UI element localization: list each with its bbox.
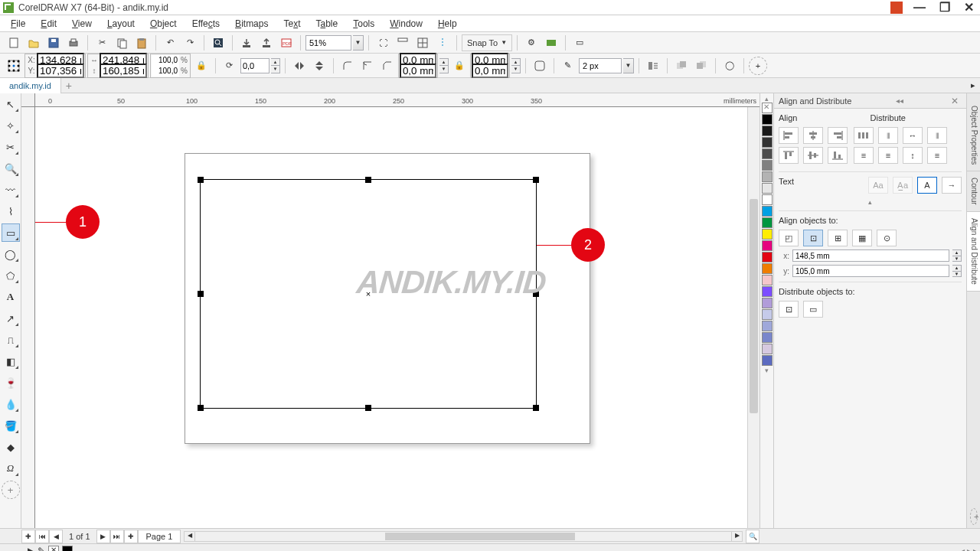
menu-bitmaps[interactable]: Bitmaps bbox=[229, 17, 274, 31]
convert-curves-button[interactable]: ◯ bbox=[720, 57, 739, 75]
color-swatch[interactable] bbox=[762, 217, 773, 228]
guidelines-button[interactable] bbox=[433, 34, 452, 52]
menu-window[interactable]: Window bbox=[384, 17, 429, 31]
new-button[interactable] bbox=[5, 34, 23, 52]
corner-round-button[interactable] bbox=[338, 57, 357, 75]
panel-expand-up[interactable]: ▴ bbox=[779, 198, 962, 206]
shape-tool[interactable]: ✧ bbox=[2, 116, 20, 135]
import-button[interactable] bbox=[237, 34, 256, 52]
color-swatch[interactable] bbox=[762, 298, 773, 308]
object-origin-button[interactable] bbox=[5, 57, 23, 75]
outline-width-dropdown[interactable]: ▼ bbox=[623, 58, 634, 73]
to-front-button[interactable] bbox=[672, 57, 691, 75]
align-left-button[interactable] bbox=[779, 127, 799, 144]
color-swatch[interactable] bbox=[762, 171, 773, 182]
crop-tool[interactable]: ✂ bbox=[2, 138, 20, 156]
relative-corner-button[interactable] bbox=[531, 57, 549, 75]
menu-edit[interactable]: Edit bbox=[34, 17, 63, 31]
add-page-button[interactable]: ✚ bbox=[21, 530, 35, 543]
rot-up[interactable]: ▲ bbox=[271, 59, 279, 67]
color-swatch[interactable] bbox=[762, 240, 773, 251]
smart-fill-tool[interactable]: ◆ bbox=[2, 438, 20, 456]
dist-center-v-button[interactable]: ≡ bbox=[878, 147, 898, 164]
dock-tab-object-properties[interactable]: Object Properties bbox=[967, 99, 980, 171]
app-launcher-button[interactable] bbox=[542, 34, 560, 52]
palette-options-button[interactable]: ◂ ▸ ▸ bbox=[961, 546, 977, 551]
dist-to-page-button[interactable]: ▭ bbox=[803, 301, 823, 318]
menu-layout[interactable]: Layout bbox=[101, 17, 141, 31]
color-swatch[interactable] bbox=[762, 332, 773, 343]
vertical-scrollbar[interactable] bbox=[747, 107, 760, 528]
zoom-tool[interactable]: 🔍 bbox=[2, 159, 20, 178]
color-swatch[interactable] bbox=[762, 344, 773, 354]
snap-to-dropdown[interactable]: Snap To▼ bbox=[462, 34, 512, 51]
dock-add-button[interactable]: + bbox=[970, 508, 978, 525]
align-to-page-center-button[interactable]: ⊞ bbox=[828, 230, 848, 246]
add-document-button[interactable]: + bbox=[61, 78, 77, 93]
dist-spacing-h-button[interactable]: ↔ bbox=[903, 127, 923, 144]
export-button[interactable] bbox=[257, 34, 276, 52]
mirror-h-button[interactable] bbox=[290, 57, 309, 75]
color-swatch[interactable] bbox=[762, 321, 773, 331]
horizontal-scrollbar[interactable]: ◀ ▶ bbox=[184, 531, 743, 542]
menu-object[interactable]: Object bbox=[144, 17, 183, 31]
fullscreen-button[interactable]: ⛶ bbox=[374, 34, 392, 52]
paste-button[interactable] bbox=[132, 34, 151, 52]
undo-button[interactable]: ↶ bbox=[161, 34, 179, 52]
quick-customize-button[interactable]: + bbox=[749, 57, 767, 75]
corner-chamfer-button[interactable] bbox=[378, 57, 397, 75]
scale-y-input[interactable] bbox=[152, 66, 179, 77]
redo-button[interactable]: ↷ bbox=[181, 34, 199, 52]
corner-bl-input[interactable] bbox=[400, 64, 436, 78]
corner-scallop-button[interactable] bbox=[358, 57, 377, 75]
align-right-button[interactable] bbox=[828, 127, 848, 144]
panel-close-button[interactable]: ✕ bbox=[948, 96, 962, 106]
parallel-dim-tool[interactable]: ↗ bbox=[2, 309, 20, 328]
interactive-fill-tool[interactable]: 🪣 bbox=[2, 416, 20, 435]
menu-help[interactable]: Help bbox=[432, 17, 463, 31]
panel-collapse-button[interactable]: ◂◂ bbox=[896, 96, 903, 105]
scale-x-input[interactable] bbox=[152, 55, 179, 66]
mirror-v-button[interactable] bbox=[310, 57, 328, 75]
prev-page-button[interactable]: ◀ bbox=[49, 530, 63, 543]
dist-top-button[interactable]: ≡ bbox=[854, 147, 874, 164]
menu-file[interactable]: File bbox=[5, 17, 31, 31]
color-swatch[interactable] bbox=[762, 114, 773, 125]
vertical-ruler[interactable] bbox=[21, 107, 35, 528]
color-swatch[interactable] bbox=[762, 263, 773, 274]
horizontal-ruler[interactable]: millimeters 050100150200250300350 bbox=[35, 93, 760, 107]
save-button[interactable] bbox=[44, 34, 63, 52]
drop-shadow-tool[interactable]: ◧ bbox=[2, 352, 20, 370]
polygon-tool[interactable]: ⬠ bbox=[2, 266, 20, 285]
text-outline-button[interactable]: → bbox=[942, 177, 962, 194]
eyedropper-icon[interactable]: ✎ bbox=[38, 546, 45, 552]
pick-tool[interactable]: ↖ bbox=[2, 95, 20, 113]
connector-tool[interactable]: ⎍ bbox=[2, 331, 20, 349]
color-swatch[interactable] bbox=[762, 148, 773, 159]
transparency-tool[interactable]: 🍷 bbox=[2, 373, 20, 392]
dist-to-selected-button[interactable]: ⊡ bbox=[779, 301, 799, 318]
align-center-h-button[interactable] bbox=[803, 127, 823, 144]
zoom-input[interactable] bbox=[305, 35, 351, 51]
align-to-grid-button[interactable]: ▦ bbox=[852, 230, 872, 246]
user-badge-icon[interactable] bbox=[890, 2, 903, 14]
ruler-origin[interactable] bbox=[21, 93, 35, 107]
last-page-button[interactable]: ⏭ bbox=[110, 530, 124, 543]
rotation-input[interactable] bbox=[240, 58, 270, 73]
menu-view[interactable]: View bbox=[66, 17, 98, 31]
grid-button[interactable] bbox=[413, 34, 432, 52]
color-swatch[interactable] bbox=[762, 309, 773, 320]
color-swatch[interactable] bbox=[762, 286, 773, 297]
dist-bottom-button[interactable]: ≡ bbox=[927, 147, 947, 164]
wrap-text-button[interactable] bbox=[644, 57, 662, 75]
align-to-active-button[interactable]: ◰ bbox=[779, 230, 799, 246]
dock-tab-contour[interactable]: Contour bbox=[967, 171, 980, 212]
palette-up-button[interactable]: ▴ bbox=[760, 95, 773, 103]
window-state-button[interactable]: ▭ bbox=[570, 34, 589, 52]
corner-br-input[interactable] bbox=[472, 64, 508, 78]
freehand-tool[interactable]: 〰 bbox=[2, 181, 20, 199]
fill-swatch[interactable]: ✕ bbox=[48, 546, 59, 552]
text-tool[interactable]: A bbox=[2, 288, 20, 306]
publish-pdf-button[interactable]: PDF bbox=[277, 34, 296, 52]
drawing-canvas[interactable]: × 1 2 ANDIK.MY.ID bbox=[35, 107, 760, 528]
